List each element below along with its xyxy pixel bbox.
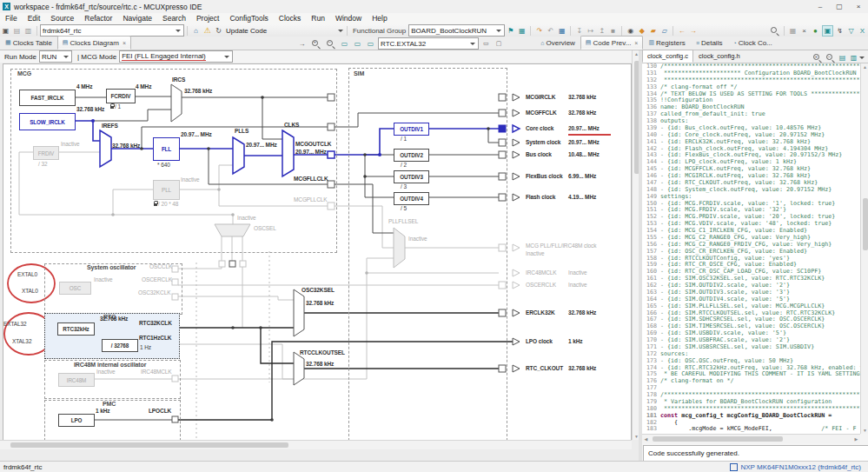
code-line: 161- {id: SIM.OSC32KSEL.sel, value: RTC.… [642, 276, 860, 283]
external-tools-icon[interactable]: ▦ [788, 26, 798, 36]
close-tab-icon[interactable]: × [123, 40, 126, 46]
gear-icon[interactable]: ◉ [626, 26, 635, 36]
step-over-icon[interactable]: ↦ [586, 26, 595, 36]
tab-code-preview[interactable]: ▤Code Prev...× [580, 36, 644, 50]
code-line: 183 .mcgMode = kMCG_ModeFEI, /* FEI - F [642, 426, 860, 433]
menu-item[interactable]: Navigate [117, 13, 157, 24]
menu-item[interactable]: Window [330, 13, 367, 24]
clocks-diagram-canvas[interactable] [3, 63, 632, 442]
mcuxpresso-logo-icon: X [3, 3, 10, 10]
menu-item[interactable]: File [0, 13, 23, 24]
fit-width-icon[interactable]: ▭ [353, 39, 362, 49]
tab-overview[interactable]: ⌂Overview [535, 36, 580, 50]
save-all-icon[interactable]: ▥ [23, 26, 33, 36]
pane-minimize-icon[interactable]: ▭ [483, 40, 489, 47]
menu-item[interactable]: Clocks [274, 13, 307, 24]
code-line: 134/* TEXT BELOW IS USED AS SETTING FOR … [642, 91, 860, 98]
menu-item[interactable]: Search [157, 13, 191, 24]
minimize-button[interactable]: – [811, 3, 830, 10]
home-icon[interactable]: ⌂ [191, 26, 201, 36]
step-return-icon[interactable]: ↥ [597, 26, 606, 36]
tab-clocks-diagram[interactable]: ▤ Clocks Diagram × [57, 36, 131, 50]
undo-icon[interactable]: ↶ [546, 26, 555, 36]
mcux-perspective-icon[interactable]: X [858, 26, 867, 36]
view-menu-icon[interactable] [859, 57, 865, 59]
editor-tab-row: ▦ Clocks Table ▤ Clocks Diagram × → + − … [0, 37, 868, 50]
maximize-button[interactable]: ▢ [830, 3, 849, 10]
console-icon[interactable]: ▦ [557, 26, 567, 36]
key-icon[interactable]: ◆ [637, 26, 646, 36]
code-zoom-out-icon[interactable]: − [825, 53, 835, 63]
code-vscrollbar[interactable]: ▲ ▼ [860, 63, 868, 434]
tab-clocks-table[interactable]: ▦ Clocks Table [0, 36, 57, 50]
project-combo[interactable]: frdmk64f_rtc [40, 24, 184, 37]
save-icon[interactable]: ▤ [12, 26, 22, 36]
bolt-icon[interactable]: ↯ [835, 26, 845, 36]
close-tab-icon[interactable]: × [634, 40, 638, 46]
update-code-chevron-icon[interactable] [338, 30, 343, 32]
code-editor[interactable]: 130/************************************… [642, 63, 860, 434]
code-line: 160- {id: RTC_CR_OSC_CAP_LOAD_CFG, value… [642, 269, 860, 276]
zoom-in-icon[interactable]: + [311, 39, 321, 49]
mode-bar: Run Mode RUN | MCG Mode FEI (FLL Engaged… [0, 50, 640, 63]
menu-item[interactable]: Source [45, 13, 79, 24]
tab-details[interactable]: ≡Details [691, 36, 728, 50]
code-line: 170- {id: SIM.USBFRAC.scale, value: '2'} [642, 337, 860, 344]
update-code-icon[interactable]: ↻ [214, 26, 223, 36]
mcg-mode-combo[interactable]: FEI (FLL Engaged Internal) [119, 50, 233, 63]
warning-icon[interactable]: ⚠ [202, 26, 212, 36]
code-line: 158- {id: RTCCLKOUTConfig, value: 'yes'} [642, 256, 860, 263]
code-line: 181const mcg_config_t mcgConfig_BOARD_Bo… [642, 413, 860, 420]
tab-clock-config-h[interactable]: clock_config.h [693, 50, 745, 63]
device-link[interactable]: NXP MK64FN1M0xxx12 (frdmk64f_rtc) [730, 463, 861, 471]
update-code-button[interactable]: Update Code [226, 27, 267, 35]
tab-clock-config-c[interactable]: clock_config.c [642, 50, 693, 63]
zoom-out-icon[interactable]: − [326, 39, 335, 49]
go-to-icon[interactable]: → [297, 39, 307, 49]
code-line: 137called_from_default_init: true [642, 111, 860, 118]
new-wizard-icon[interactable]: ▣ [1, 26, 10, 36]
menu-item[interactable]: Edit [23, 13, 46, 24]
redo-icon[interactable]: ↷ [534, 26, 544, 36]
close-button[interactable]: × [849, 3, 868, 10]
code-line: 141- {id: ERCLK32K.outFreq, value: 32.76… [642, 139, 860, 146]
fit-selection-icon[interactable]: ▭ [366, 39, 375, 49]
stop-icon[interactable]: ■ [608, 26, 618, 36]
list-icon: ≡ [696, 40, 699, 46]
debug-perspective-icon[interactable]: ● [811, 26, 820, 36]
menu-item[interactable]: Run [306, 13, 330, 24]
peripherals-icon[interactable]: ▦ [517, 26, 527, 36]
back-icon[interactable]: ← [677, 26, 686, 36]
forward-icon[interactable]: → [688, 26, 698, 36]
signal-search-combo[interactable]: RTC.EXTAL32 [378, 37, 479, 50]
registers-icon: ▥ [648, 39, 654, 46]
menu-item[interactable]: Help [367, 13, 392, 24]
diagram-hscrollbar[interactable] [0, 440, 632, 449]
menu-item[interactable]: ConfigTools [224, 13, 273, 24]
menu-item[interactable]: Project [191, 13, 224, 24]
run-mode-combo[interactable]: RUN [39, 50, 72, 63]
app-window: X workspace - frdmk64f_rtc/source/rtc.c … [0, 0, 868, 472]
develop-perspective-icon[interactable]: ▣ [822, 25, 833, 37]
generation-status: Code successfully generated. [643, 445, 868, 462]
shield-icon[interactable]: ▽ [846, 26, 856, 36]
functional-group-combo[interactable]: BOARD_BootClockRUN [408, 24, 505, 37]
tab-registers[interactable]: ▥Registers [643, 36, 690, 50]
search-icon[interactable] [770, 26, 779, 36]
fit-page-icon[interactable]: ▭ [340, 39, 349, 49]
tab-clock-consumers[interactable]: ◔Clock Co... [727, 36, 777, 50]
open-element-icon[interactable]: ▰ [648, 26, 658, 36]
code-line: 154- {id: MCG_C1_IRCLKEN_CFG, value: Ena… [642, 228, 860, 235]
search-tool-icon[interactable]: ▱ [659, 26, 669, 36]
pane-maximize-icon[interactable]: ▢ [496, 40, 502, 47]
code-line: 165- {id: SIM.PLLFLLSEL.sel, value: MCG.… [642, 303, 860, 310]
code-hscrollbar[interactable]: ◀ ▶ [642, 434, 860, 443]
export-icon[interactable]: ▤ [838, 53, 847, 63]
skip-breakpoints-icon[interactable]: ↧ [574, 26, 584, 36]
tools-icon[interactable]: × [799, 26, 809, 36]
flag-icon[interactable]: ⚑ [506, 26, 515, 36]
menu-item[interactable]: Refactor [79, 13, 117, 24]
code-zoom-in-icon[interactable]: + [812, 53, 822, 63]
diff-icon[interactable]: ▥ [849, 53, 858, 63]
code-line: 169- {id: SIM.USBDIV.scale, value: '5'} [642, 330, 860, 337]
